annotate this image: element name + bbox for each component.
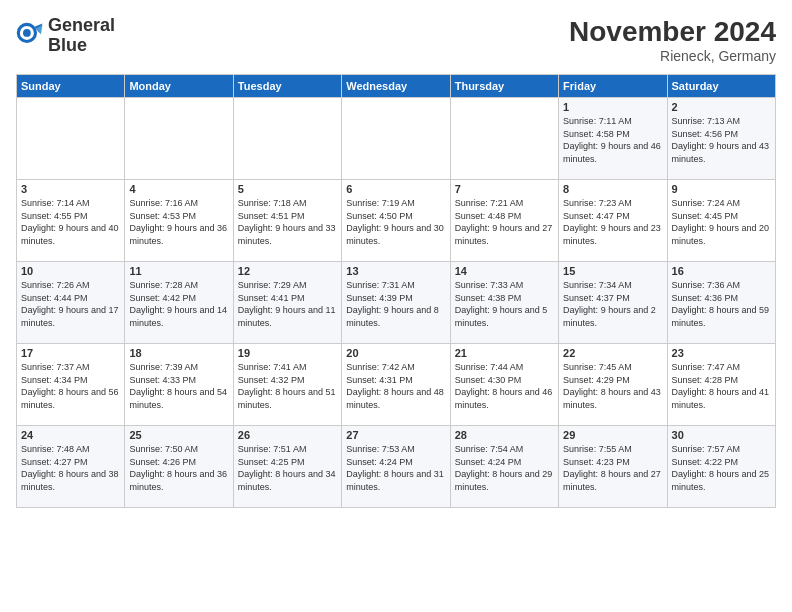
day-number: 16 [672, 265, 771, 277]
header-saturday: Saturday [667, 75, 775, 98]
logo-icon [16, 22, 44, 50]
table-row: 18Sunrise: 7:39 AM Sunset: 4:33 PM Dayli… [125, 344, 233, 426]
week-row-1: 3Sunrise: 7:14 AM Sunset: 4:55 PM Daylig… [17, 180, 776, 262]
day-number: 30 [672, 429, 771, 441]
day-info: Sunrise: 7:37 AM Sunset: 4:34 PM Dayligh… [21, 361, 120, 411]
week-row-3: 17Sunrise: 7:37 AM Sunset: 4:34 PM Dayli… [17, 344, 776, 426]
table-row: 14Sunrise: 7:33 AM Sunset: 4:38 PM Dayli… [450, 262, 558, 344]
day-info: Sunrise: 7:21 AM Sunset: 4:48 PM Dayligh… [455, 197, 554, 247]
day-number: 4 [129, 183, 228, 195]
table-row: 3Sunrise: 7:14 AM Sunset: 4:55 PM Daylig… [17, 180, 125, 262]
svg-point-2 [23, 29, 31, 37]
table-row: 7Sunrise: 7:21 AM Sunset: 4:48 PM Daylig… [450, 180, 558, 262]
day-info: Sunrise: 7:47 AM Sunset: 4:28 PM Dayligh… [672, 361, 771, 411]
day-number: 2 [672, 101, 771, 113]
table-row: 12Sunrise: 7:29 AM Sunset: 4:41 PM Dayli… [233, 262, 341, 344]
table-row: 28Sunrise: 7:54 AM Sunset: 4:24 PM Dayli… [450, 426, 558, 508]
day-number: 27 [346, 429, 445, 441]
day-info: Sunrise: 7:11 AM Sunset: 4:58 PM Dayligh… [563, 115, 662, 165]
month-title: November 2024 [569, 16, 776, 48]
day-info: Sunrise: 7:14 AM Sunset: 4:55 PM Dayligh… [21, 197, 120, 247]
table-row: 11Sunrise: 7:28 AM Sunset: 4:42 PM Dayli… [125, 262, 233, 344]
table-row: 4Sunrise: 7:16 AM Sunset: 4:53 PM Daylig… [125, 180, 233, 262]
table-row: 1Sunrise: 7:11 AM Sunset: 4:58 PM Daylig… [559, 98, 667, 180]
day-number: 6 [346, 183, 445, 195]
day-number: 3 [21, 183, 120, 195]
day-number: 21 [455, 347, 554, 359]
header-wednesday: Wednesday [342, 75, 450, 98]
day-number: 8 [563, 183, 662, 195]
day-number: 23 [672, 347, 771, 359]
day-number: 13 [346, 265, 445, 277]
day-number: 14 [455, 265, 554, 277]
day-info: Sunrise: 7:13 AM Sunset: 4:56 PM Dayligh… [672, 115, 771, 165]
day-info: Sunrise: 7:31 AM Sunset: 4:39 PM Dayligh… [346, 279, 445, 329]
day-number: 24 [21, 429, 120, 441]
table-row [233, 98, 341, 180]
header-friday: Friday [559, 75, 667, 98]
day-number: 28 [455, 429, 554, 441]
day-info: Sunrise: 7:51 AM Sunset: 4:25 PM Dayligh… [238, 443, 337, 493]
table-row: 15Sunrise: 7:34 AM Sunset: 4:37 PM Dayli… [559, 262, 667, 344]
day-number: 9 [672, 183, 771, 195]
table-row [125, 98, 233, 180]
table-row: 5Sunrise: 7:18 AM Sunset: 4:51 PM Daylig… [233, 180, 341, 262]
day-info: Sunrise: 7:42 AM Sunset: 4:31 PM Dayligh… [346, 361, 445, 411]
day-info: Sunrise: 7:55 AM Sunset: 4:23 PM Dayligh… [563, 443, 662, 493]
day-number: 1 [563, 101, 662, 113]
page: General Blue November 2024 Rieneck, Germ… [0, 0, 792, 612]
day-number: 25 [129, 429, 228, 441]
day-number: 20 [346, 347, 445, 359]
header-tuesday: Tuesday [233, 75, 341, 98]
day-info: Sunrise: 7:50 AM Sunset: 4:26 PM Dayligh… [129, 443, 228, 493]
day-info: Sunrise: 7:45 AM Sunset: 4:29 PM Dayligh… [563, 361, 662, 411]
table-row: 17Sunrise: 7:37 AM Sunset: 4:34 PM Dayli… [17, 344, 125, 426]
table-row: 29Sunrise: 7:55 AM Sunset: 4:23 PM Dayli… [559, 426, 667, 508]
day-number: 15 [563, 265, 662, 277]
table-row: 25Sunrise: 7:50 AM Sunset: 4:26 PM Dayli… [125, 426, 233, 508]
table-row: 10Sunrise: 7:26 AM Sunset: 4:44 PM Dayli… [17, 262, 125, 344]
table-row: 23Sunrise: 7:47 AM Sunset: 4:28 PM Dayli… [667, 344, 775, 426]
day-number: 5 [238, 183, 337, 195]
day-number: 22 [563, 347, 662, 359]
day-info: Sunrise: 7:34 AM Sunset: 4:37 PM Dayligh… [563, 279, 662, 329]
logo-text: General Blue [48, 16, 115, 56]
day-info: Sunrise: 7:36 AM Sunset: 4:36 PM Dayligh… [672, 279, 771, 329]
table-row: 16Sunrise: 7:36 AM Sunset: 4:36 PM Dayli… [667, 262, 775, 344]
table-row [450, 98, 558, 180]
table-row: 26Sunrise: 7:51 AM Sunset: 4:25 PM Dayli… [233, 426, 341, 508]
logo: General Blue [16, 16, 115, 56]
calendar: Sunday Monday Tuesday Wednesday Thursday… [16, 74, 776, 508]
table-row: 6Sunrise: 7:19 AM Sunset: 4:50 PM Daylig… [342, 180, 450, 262]
table-row [17, 98, 125, 180]
day-info: Sunrise: 7:41 AM Sunset: 4:32 PM Dayligh… [238, 361, 337, 411]
day-info: Sunrise: 7:18 AM Sunset: 4:51 PM Dayligh… [238, 197, 337, 247]
header-thursday: Thursday [450, 75, 558, 98]
day-info: Sunrise: 7:57 AM Sunset: 4:22 PM Dayligh… [672, 443, 771, 493]
title-block: November 2024 Rieneck, Germany [569, 16, 776, 64]
table-row: 24Sunrise: 7:48 AM Sunset: 4:27 PM Dayli… [17, 426, 125, 508]
header-monday: Monday [125, 75, 233, 98]
day-info: Sunrise: 7:33 AM Sunset: 4:38 PM Dayligh… [455, 279, 554, 329]
day-number: 26 [238, 429, 337, 441]
day-info: Sunrise: 7:48 AM Sunset: 4:27 PM Dayligh… [21, 443, 120, 493]
table-row: 2Sunrise: 7:13 AM Sunset: 4:56 PM Daylig… [667, 98, 775, 180]
calendar-header-row: Sunday Monday Tuesday Wednesday Thursday… [17, 75, 776, 98]
header: General Blue November 2024 Rieneck, Germ… [16, 16, 776, 64]
logo-line1: General [48, 16, 115, 36]
day-number: 19 [238, 347, 337, 359]
table-row: 13Sunrise: 7:31 AM Sunset: 4:39 PM Dayli… [342, 262, 450, 344]
day-info: Sunrise: 7:29 AM Sunset: 4:41 PM Dayligh… [238, 279, 337, 329]
day-info: Sunrise: 7:23 AM Sunset: 4:47 PM Dayligh… [563, 197, 662, 247]
day-number: 17 [21, 347, 120, 359]
table-row: 8Sunrise: 7:23 AM Sunset: 4:47 PM Daylig… [559, 180, 667, 262]
day-info: Sunrise: 7:26 AM Sunset: 4:44 PM Dayligh… [21, 279, 120, 329]
week-row-4: 24Sunrise: 7:48 AM Sunset: 4:27 PM Dayli… [17, 426, 776, 508]
day-number: 10 [21, 265, 120, 277]
day-info: Sunrise: 7:16 AM Sunset: 4:53 PM Dayligh… [129, 197, 228, 247]
table-row: 21Sunrise: 7:44 AM Sunset: 4:30 PM Dayli… [450, 344, 558, 426]
table-row: 19Sunrise: 7:41 AM Sunset: 4:32 PM Dayli… [233, 344, 341, 426]
day-number: 11 [129, 265, 228, 277]
day-number: 12 [238, 265, 337, 277]
day-info: Sunrise: 7:19 AM Sunset: 4:50 PM Dayligh… [346, 197, 445, 247]
